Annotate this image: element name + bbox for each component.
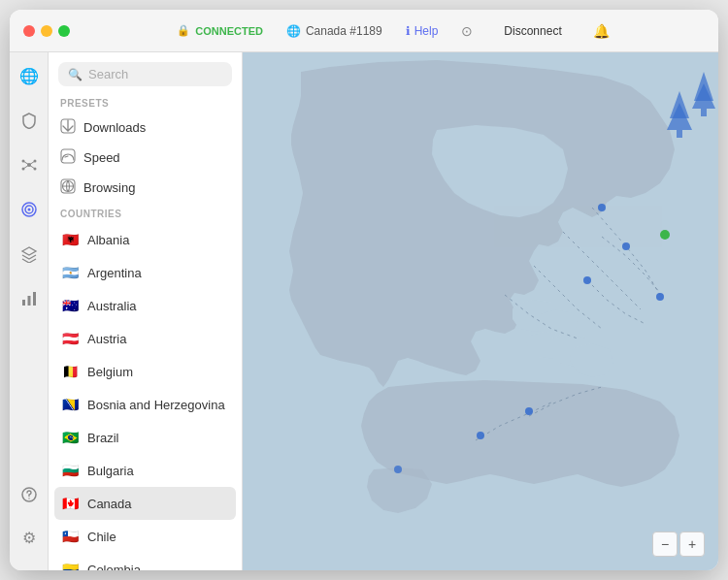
- globe-small-icon: 🌐: [286, 24, 301, 38]
- search-input-wrap[interactable]: 🔍: [58, 62, 232, 86]
- bosnia-flag: 🇧🇦: [60, 395, 80, 414]
- main-content: 🌐: [10, 52, 718, 570]
- notification-icon[interactable]: 🔔: [593, 23, 610, 39]
- argentina-label: Argentina: [87, 266, 142, 280]
- sidebar-item-shield[interactable]: [16, 107, 43, 134]
- chile-label: Chile: [87, 530, 116, 544]
- zoom-out-button[interactable]: −: [652, 532, 678, 557]
- search-input[interactable]: [88, 67, 222, 81]
- svg-rect-13: [27, 296, 30, 306]
- svg-line-5: [23, 161, 29, 165]
- minimize-button[interactable]: [41, 25, 52, 37]
- downloads-preset-icon: [60, 118, 76, 137]
- country-brazil[interactable]: 🇧🇷 Brazil: [49, 421, 242, 454]
- bulgaria-flag: 🇧🇬: [60, 461, 80, 480]
- preset-downloads[interactable]: Downloads: [49, 113, 242, 143]
- country-list: Presets Downloads: [49, 92, 242, 570]
- svg-rect-12: [22, 300, 25, 306]
- preset-browsing-label: Browsing: [83, 180, 135, 195]
- close-button[interactable]: [23, 25, 35, 37]
- country-belgium[interactable]: 🇧🇪 Belgium: [49, 355, 242, 388]
- belgium-flag: 🇧🇪: [60, 362, 80, 381]
- belgium-label: Belgium: [87, 365, 133, 379]
- country-australia[interactable]: 🇦🇺 Australia: [49, 289, 242, 322]
- bulgaria-label: Bulgaria: [87, 464, 134, 478]
- country-bulgaria[interactable]: 🇧🇬 Bulgaria: [49, 454, 242, 487]
- support-icon[interactable]: [16, 481, 43, 508]
- help-button[interactable]: ℹ Help: [406, 24, 439, 38]
- colombia-label: Colombia: [87, 563, 141, 571]
- albania-flag: 🇦🇱: [60, 230, 80, 249]
- argentina-flag: 🇦🇷: [60, 263, 80, 282]
- canada-label: Canada: [87, 497, 132, 511]
- app-window: 🔒 CONNECTED 🌐 Canada #1189 ℹ Help ⊙ Disc…: [10, 10, 718, 570]
- connection-status: 🔒 CONNECTED: [177, 24, 263, 37]
- server-label: Canada #1189: [306, 24, 382, 38]
- map-area: − +: [243, 52, 718, 570]
- titlebar-settings-icon[interactable]: ⊙: [461, 23, 473, 39]
- disconnect-button[interactable]: Disconnect: [496, 22, 569, 40]
- sidebar-icons: 🌐: [10, 52, 49, 570]
- svg-line-6: [29, 161, 35, 165]
- presets-label: Presets: [49, 92, 242, 113]
- sidebar-item-stats[interactable]: [16, 285, 43, 312]
- svg-point-11: [27, 209, 30, 211]
- albania-label: Albania: [87, 233, 129, 247]
- titlebar: 🔒 CONNECTED 🌐 Canada #1189 ℹ Help ⊙ Disc…: [10, 10, 718, 52]
- titlebar-center: 🔒 CONNECTED 🌐 Canada #1189 ℹ Help ⊙ Disc…: [82, 22, 705, 40]
- svg-point-23: [622, 242, 630, 250]
- svg-line-8: [29, 165, 35, 169]
- bosnia-label: Bosnia and Herzegovina: [87, 398, 225, 412]
- country-list-panel: 🔍 Presets Downloads: [49, 52, 243, 570]
- browsing-preset-icon: [60, 178, 76, 197]
- speed-preset-icon: [60, 148, 76, 167]
- map-svg: [243, 52, 718, 570]
- help-circle-icon: ℹ: [406, 24, 411, 38]
- sidebar-item-network[interactable]: [16, 151, 43, 178]
- sidebar-item-map[interactable]: 🌐: [16, 62, 43, 89]
- preset-downloads-label: Downloads: [83, 120, 146, 135]
- svg-rect-35: [677, 130, 682, 138]
- countries-label: Countries: [49, 203, 242, 223]
- sidebar-item-target[interactable]: [16, 196, 43, 223]
- settings-gear-icon[interactable]: ⚙: [16, 524, 43, 551]
- austria-flag: 🇦🇹: [60, 329, 80, 348]
- country-argentina[interactable]: 🇦🇷 Argentina: [49, 256, 242, 289]
- svg-point-24: [583, 276, 591, 284]
- svg-point-25: [656, 293, 664, 301]
- sidebar-item-layers[interactable]: [16, 241, 43, 268]
- brazil-flag: 🇧🇷: [60, 428, 80, 447]
- preset-speed[interactable]: Speed: [49, 143, 242, 173]
- svg-point-28: [394, 466, 402, 473]
- country-austria[interactable]: 🇦🇹 Austria: [49, 322, 242, 355]
- map-controls: − +: [652, 532, 705, 557]
- svg-rect-14: [33, 292, 36, 306]
- svg-point-16: [28, 498, 29, 499]
- svg-rect-32: [701, 109, 707, 116]
- lock-icon: 🔒: [177, 24, 190, 37]
- svg-point-27: [477, 432, 484, 439]
- preset-browsing[interactable]: Browsing: [49, 173, 242, 203]
- maximize-button[interactable]: [58, 25, 70, 37]
- svg-point-22: [598, 204, 606, 211]
- chile-flag: 🇨🇱: [60, 527, 80, 546]
- status-label: CONNECTED: [195, 25, 263, 37]
- brazil-label: Brazil: [87, 431, 119, 445]
- country-chile[interactable]: 🇨🇱 Chile: [49, 520, 242, 553]
- search-icon: 🔍: [68, 68, 83, 81]
- search-box: 🔍: [49, 52, 242, 92]
- server-info: 🌐 Canada #1189: [286, 24, 382, 38]
- svg-line-7: [23, 165, 29, 169]
- svg-point-26: [525, 407, 533, 415]
- help-label: Help: [414, 24, 439, 38]
- zoom-in-button[interactable]: +: [679, 532, 705, 557]
- country-bosnia[interactable]: 🇧🇦 Bosnia and Herzegovina: [49, 388, 242, 421]
- austria-label: Austria: [87, 332, 126, 346]
- country-canada[interactable]: 🇨🇦 Canada: [54, 487, 236, 520]
- australia-label: Australia: [87, 299, 137, 313]
- traffic-lights: [23, 25, 70, 37]
- country-colombia[interactable]: 🇨🇴 Colombia: [49, 553, 242, 570]
- svg-point-29: [660, 230, 670, 240]
- colombia-flag: 🇨🇴: [60, 560, 80, 570]
- country-albania[interactable]: 🇦🇱 Albania: [49, 223, 242, 256]
